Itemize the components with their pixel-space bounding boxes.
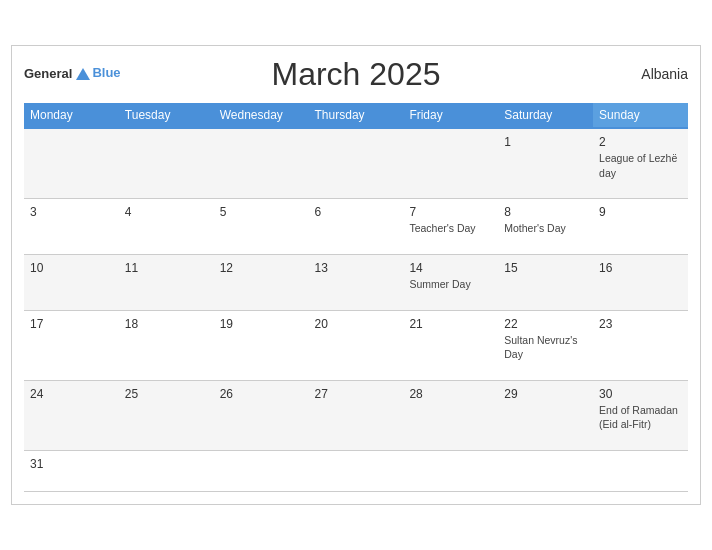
day-number: 16 xyxy=(599,261,682,275)
day-cell: 27 xyxy=(309,380,404,450)
day-headers: Monday Tuesday Wednesday Thursday Friday… xyxy=(24,103,688,128)
week-row-5: 24252627282930End of Ramadan (Eid al-Fit… xyxy=(24,380,688,450)
calendar-body: 12League of Lezhë day34567Teacher's Day8… xyxy=(24,128,688,492)
day-cell: 7Teacher's Day xyxy=(403,199,498,255)
day-cell: 18 xyxy=(119,310,214,380)
day-event: Mother's Day xyxy=(504,222,566,234)
day-number: 9 xyxy=(599,205,682,219)
day-cell: 17 xyxy=(24,310,119,380)
day-cell: 14Summer Day xyxy=(403,254,498,310)
country-label: Albania xyxy=(641,66,688,82)
day-number: 8 xyxy=(504,205,587,219)
day-cell xyxy=(119,128,214,199)
logo-blue-text: Blue xyxy=(92,66,120,80)
day-cell xyxy=(309,128,404,199)
calendar-table: Monday Tuesday Wednesday Thursday Friday… xyxy=(24,103,688,492)
header-thursday: Thursday xyxy=(309,103,404,128)
day-cell: 1 xyxy=(498,128,593,199)
month-title: March 2025 xyxy=(272,56,441,93)
day-cell: 23 xyxy=(593,310,688,380)
day-number: 3 xyxy=(30,205,113,219)
day-cell xyxy=(403,451,498,492)
day-number: 6 xyxy=(315,205,398,219)
week-row-4: 171819202122Sultan Nevruz's Day23 xyxy=(24,310,688,380)
day-number: 13 xyxy=(315,261,398,275)
week-row-6: 31 xyxy=(24,451,688,492)
week-row-1: 12League of Lezhë day xyxy=(24,128,688,199)
day-number: 30 xyxy=(599,387,682,401)
day-number: 20 xyxy=(315,317,398,331)
day-cell: 19 xyxy=(214,310,309,380)
day-number: 1 xyxy=(504,135,587,149)
day-number: 7 xyxy=(409,205,492,219)
day-event: Sultan Nevruz's Day xyxy=(504,334,577,361)
day-number: 31 xyxy=(30,457,113,471)
day-cell: 13 xyxy=(309,254,404,310)
day-cell: 6 xyxy=(309,199,404,255)
svg-marker-0 xyxy=(76,68,90,80)
day-cell xyxy=(593,451,688,492)
day-cell: 25 xyxy=(119,380,214,450)
day-number: 27 xyxy=(315,387,398,401)
day-cell: 11 xyxy=(119,254,214,310)
day-cell: 8Mother's Day xyxy=(498,199,593,255)
day-number: 22 xyxy=(504,317,587,331)
day-number: 4 xyxy=(125,205,208,219)
day-cell xyxy=(119,451,214,492)
day-event: Summer Day xyxy=(409,278,470,290)
day-cell: 9 xyxy=(593,199,688,255)
day-number: 28 xyxy=(409,387,492,401)
day-cell: 20 xyxy=(309,310,404,380)
day-number: 29 xyxy=(504,387,587,401)
day-cell: 12 xyxy=(214,254,309,310)
day-cell: 24 xyxy=(24,380,119,450)
day-number: 11 xyxy=(125,261,208,275)
header-saturday: Saturday xyxy=(498,103,593,128)
day-cell xyxy=(403,128,498,199)
day-number: 2 xyxy=(599,135,682,149)
day-number: 25 xyxy=(125,387,208,401)
week-row-3: 1011121314Summer Day1516 xyxy=(24,254,688,310)
day-number: 12 xyxy=(220,261,303,275)
logo-general-text: General xyxy=(24,67,72,81)
logo-icon xyxy=(74,66,92,84)
day-event: Teacher's Day xyxy=(409,222,475,234)
day-cell: 28 xyxy=(403,380,498,450)
header-friday: Friday xyxy=(403,103,498,128)
day-number: 18 xyxy=(125,317,208,331)
day-event: League of Lezhë day xyxy=(599,152,677,179)
day-number: 10 xyxy=(30,261,113,275)
day-cell: 29 xyxy=(498,380,593,450)
day-number: 23 xyxy=(599,317,682,331)
week-row-2: 34567Teacher's Day8Mother's Day9 xyxy=(24,199,688,255)
day-cell: 21 xyxy=(403,310,498,380)
day-cell xyxy=(214,128,309,199)
day-cell: 15 xyxy=(498,254,593,310)
day-cell: 16 xyxy=(593,254,688,310)
day-cell: 10 xyxy=(24,254,119,310)
logo: General Blue xyxy=(24,66,121,82)
day-event: End of Ramadan (Eid al-Fitr) xyxy=(599,404,678,431)
header-wednesday: Wednesday xyxy=(214,103,309,128)
calendar-container: General Blue March 2025 Albania Monday T… xyxy=(11,45,701,505)
day-cell: 4 xyxy=(119,199,214,255)
day-number: 15 xyxy=(504,261,587,275)
day-cell xyxy=(24,128,119,199)
day-cell: 3 xyxy=(24,199,119,255)
day-number: 26 xyxy=(220,387,303,401)
day-number: 21 xyxy=(409,317,492,331)
day-cell: 2League of Lezhë day xyxy=(593,128,688,199)
day-number: 5 xyxy=(220,205,303,219)
day-cell: 31 xyxy=(24,451,119,492)
calendar-header-row: Monday Tuesday Wednesday Thursday Friday… xyxy=(24,103,688,128)
header-monday: Monday xyxy=(24,103,119,128)
day-cell: 26 xyxy=(214,380,309,450)
day-cell: 30End of Ramadan (Eid al-Fitr) xyxy=(593,380,688,450)
day-cell xyxy=(214,451,309,492)
day-cell xyxy=(309,451,404,492)
day-number: 14 xyxy=(409,261,492,275)
day-number: 24 xyxy=(30,387,113,401)
day-cell: 22Sultan Nevruz's Day xyxy=(498,310,593,380)
day-number: 17 xyxy=(30,317,113,331)
header-tuesday: Tuesday xyxy=(119,103,214,128)
